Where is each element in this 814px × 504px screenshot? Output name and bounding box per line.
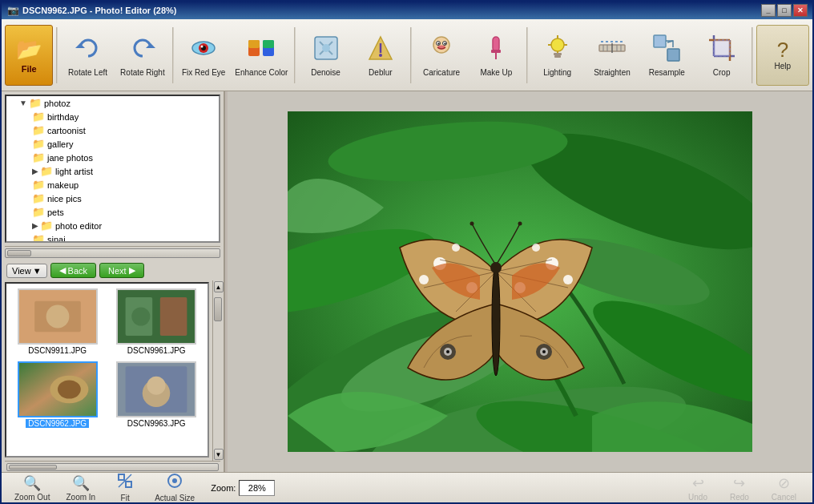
thumb-label-dscn9963: DSCN9963.JPG [127,419,186,428]
zoom-out-button[interactable]: 🔍 Zoom Out [8,473,56,503]
rotate-left-button[interactable]: Rotate Left [61,25,114,86]
svg-point-26 [551,38,564,51]
svg-rect-90 [119,474,124,480]
tree-item-pets[interactable]: 📁 pets [6,205,219,219]
view-button[interactable]: View ▼ [6,264,47,278]
cancel-icon: ⊘ [778,474,790,492]
thumbnail-dscn9963[interactable]: DSCN9963.JPG [111,361,204,428]
back-button[interactable]: ◀ Back [50,263,96,278]
zoom-out-label: Zoom Out [14,493,50,502]
actual-size-button[interactable]: Actual Size [148,471,201,504]
lighting-button[interactable]: Lighting [531,25,584,86]
app-icon: 📷 [6,4,19,17]
thumbnail-dscn9911[interactable]: DSCN9911.JPG [11,288,104,355]
view-label: View [12,266,31,276]
minimize-button[interactable]: _ [761,4,776,17]
main-image [288,111,752,452]
tree-item-jane-photos[interactable]: 📁 jane photos [6,151,219,164]
rotate-right-icon [128,34,157,67]
thumb-label-dscn9961: DSCN9961.JPG [127,346,186,355]
svg-point-74 [452,244,460,252]
bottom-bar: 🔍 Zoom Out 🔍 Zoom In Fit [2,472,812,502]
make-up-button[interactable]: Make Up [469,25,522,86]
file-button[interactable]: 📂 File [5,25,53,86]
resample-button[interactable]: Resample [640,25,693,86]
thumb-image-dscn9962 [18,361,98,417]
crop-button[interactable]: Crop [695,25,748,86]
sep-6 [752,27,753,83]
tree-item-sinai[interactable]: 📁 sinai [6,232,219,241]
svg-rect-91 [126,482,131,487]
rotate-right-button[interactable]: Rotate Right [116,25,169,86]
zoom-in-button[interactable]: 🔍 Zoom In [59,473,102,503]
tree-item-photoz[interactable]: ▼ 📁 photoz [6,96,219,110]
file-icon: 📂 [16,37,42,62]
denoise-label: Denoise [311,68,341,77]
redo-button[interactable]: ↪ Redo [720,473,759,503]
svg-marker-0 [75,43,85,48]
svg-point-49 [46,305,69,329]
next-arrow-icon: ▶ [129,265,135,276]
undo-button[interactable]: ↩ Undo [679,473,717,503]
svg-point-57 [58,380,81,398]
thumbs-hscroll[interactable] [5,461,220,472]
zoom-input[interactable] [239,480,275,496]
lighting-icon [543,34,572,67]
straighten-label: Straighten [594,68,631,77]
sep-5 [526,27,528,83]
svg-point-61 [147,377,166,395]
tree-item-nice-pics[interactable]: 📁 nice pics [6,192,219,205]
window-title: DSCN9962.JPG - Photo! Editor (28%) [22,6,761,15]
close-button[interactable]: ✕ [793,4,808,17]
help-button[interactable]: ? Help [756,25,809,86]
zoom-in-icon: 🔍 [72,474,90,492]
tree-item-photo-editor[interactable]: ▶ 📁 photo editor [6,219,219,232]
fix-red-eye-button[interactable]: Fix Red Eye [177,25,230,86]
svg-rect-46 [714,40,730,56]
svg-point-53 [132,307,151,325]
sep-1 [56,27,58,83]
tree-hscroll[interactable] [5,246,220,259]
denoise-button[interactable]: Denoise [299,25,352,86]
deblur-label: Deblur [369,68,392,77]
denoise-icon [312,34,341,67]
enhance-color-button[interactable]: Enhance Color [232,25,291,86]
folder-tree[interactable]: ▼ 📁 photoz 📁 birthday 📁 cartoonist 📁 [5,95,220,243]
thumb-label-dscn9911: DSCN9911.JPG [28,346,87,355]
next-button[interactable]: Next ▶ [99,263,144,278]
caricature-button[interactable]: Caricature [415,25,468,86]
thumb-image-dscn9961 [116,288,196,345]
thumbs-vscroll[interactable]: ▲ ▼ [212,280,224,461]
fit-icon [117,473,133,493]
tree-item-birthday[interactable]: 📁 birthday [6,110,219,123]
resample-icon [652,34,681,67]
help-label: Help [775,62,792,71]
svg-point-94 [172,478,177,483]
maximize-button[interactable]: □ [777,4,792,17]
fit-button[interactable]: Fit [105,471,145,504]
svg-rect-31 [554,53,562,55]
thumb-label-dscn9962: DSCN9962.JPG [26,419,89,428]
svg-point-78 [532,244,540,252]
title-bar: 📷 DSCN9962.JPG - Photo! Editor (28%) _ □… [2,2,812,19]
tree-item-gallery[interactable]: 📁 gallery [6,137,219,151]
deblur-button[interactable]: Deblur [354,25,407,86]
cancel-button[interactable]: ⊘ Cancel [762,473,806,503]
back-arrow-icon: ◀ [59,265,66,276]
thumbnail-dscn9962[interactable]: DSCN9962.JPG [11,361,104,428]
help-icon: ? [777,39,788,60]
straighten-button[interactable]: Straighten [586,25,639,86]
svg-rect-24 [491,50,501,53]
thumb-image-dscn9911 [18,288,98,345]
sep-4 [410,27,412,83]
tree-item-cartoonist[interactable]: 📁 cartoonist [6,123,219,137]
tree-item-makeup[interactable]: 📁 makeup [6,178,219,192]
svg-rect-40 [654,35,666,47]
tree-item-light-artist[interactable]: ▶ 📁 light artist [6,164,219,178]
thumbnail-dscn9961[interactable]: DSCN9961.JPG [111,288,204,355]
crop-label: Crop [713,68,731,77]
zoom-label: Zoom: [211,483,236,493]
view-dropdown-icon: ▼ [33,266,42,276]
svg-point-17 [433,37,449,53]
svg-rect-9 [263,40,274,48]
